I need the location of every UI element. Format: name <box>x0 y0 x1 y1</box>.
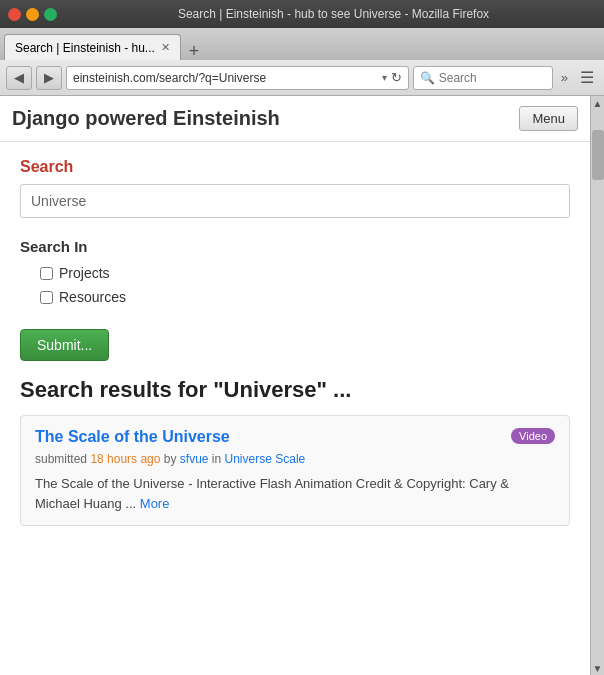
back-button[interactable]: ◀ <box>6 66 32 90</box>
titlebar: Search | Einsteinish - hub to see Univer… <box>0 0 604 28</box>
result-badge: Video <box>511 428 555 444</box>
checkbox-resources-label: Resources <box>59 289 126 305</box>
result-in-label: in <box>212 452 221 466</box>
hamburger-menu-icon[interactable]: ☰ <box>576 68 598 87</box>
result-category[interactable]: Universe Scale <box>225 452 306 466</box>
back-icon: ◀ <box>14 70 24 85</box>
result-time-ago: 18 hours ago <box>90 452 160 466</box>
result-title[interactable]: The Scale of the Universe <box>35 428 230 446</box>
result-header: The Scale of the Universe Video <box>35 428 555 446</box>
site-title: Django powered Einsteinish <box>12 107 280 130</box>
search-in-label: Search In <box>20 238 570 255</box>
browser-search-input[interactable] <box>439 71 546 85</box>
tab-close-icon[interactable]: ✕ <box>161 41 170 54</box>
forward-icon: ▶ <box>44 70 54 85</box>
search-input[interactable] <box>20 184 570 218</box>
scroll-up-arrow[interactable]: ▲ <box>591 96 605 110</box>
result-card: The Scale of the Universe Video submitte… <box>20 415 570 526</box>
result-meta: submitted 18 hours ago by sfvue in Unive… <box>35 452 555 466</box>
scroll-down-arrow[interactable]: ▼ <box>591 661 605 675</box>
browser-search-bar[interactable]: 🔍 <box>413 66 553 90</box>
checkbox-projects-label: Projects <box>59 265 110 281</box>
submit-button[interactable]: Submit... <box>20 329 109 361</box>
maximize-button[interactable] <box>44 8 57 21</box>
results-heading: Search results for "Universe" ... <box>20 377 570 403</box>
menu-button[interactable]: Menu <box>519 106 578 131</box>
checkbox-projects-input[interactable] <box>40 267 53 280</box>
page: Django powered Einsteinish Menu Search S… <box>0 96 604 675</box>
result-description: The Scale of the Universe - Interactive … <box>35 474 555 513</box>
refresh-icon[interactable]: ↻ <box>391 70 402 85</box>
search-section: Search <box>20 158 570 218</box>
tab-label: Search | Einsteinish - hu... <box>15 41 155 55</box>
result-submitted-label: submitted <box>35 452 87 466</box>
result-author[interactable]: sfvue <box>180 452 209 466</box>
scrollbar[interactable]: ▲ ▼ <box>590 96 604 675</box>
address-text: einsteinish.com/search/?q=Universe <box>73 71 378 85</box>
main-content: Search Search In Projects Resources Subm… <box>0 142 590 542</box>
address-dropdown-icon[interactable]: ▾ <box>382 72 387 83</box>
result-by-label: by <box>164 452 177 466</box>
scroll-thumb[interactable] <box>592 130 604 180</box>
search-in-section: Search In Projects Resources <box>20 238 570 305</box>
content-area: Django powered Einsteinish Menu Search S… <box>0 96 590 675</box>
window-controls[interactable] <box>8 8 57 21</box>
tabbar: Search | Einsteinish - hu... ✕ + <box>0 28 604 60</box>
checkbox-resources: Resources <box>40 289 570 305</box>
search-icon: 🔍 <box>420 71 435 85</box>
checkbox-projects: Projects <box>40 265 570 281</box>
forward-button[interactable]: ▶ <box>36 66 62 90</box>
navbar: ◀ ▶ einsteinish.com/search/?q=Universe ▾… <box>0 60 604 96</box>
result-more-link[interactable]: More <box>140 496 170 511</box>
minimize-button[interactable] <box>26 8 39 21</box>
address-bar[interactable]: einsteinish.com/search/?q=Universe ▾ ↻ <box>66 66 409 90</box>
close-button[interactable] <box>8 8 21 21</box>
site-header: Django powered Einsteinish Menu <box>0 96 590 142</box>
checkbox-resources-input[interactable] <box>40 291 53 304</box>
overflow-icon[interactable]: » <box>557 70 572 85</box>
result-description-text: The Scale of the Universe - Interactive … <box>35 476 509 511</box>
window-title: Search | Einsteinish - hub to see Univer… <box>71 7 596 21</box>
new-tab-button[interactable]: + <box>185 42 204 60</box>
active-tab[interactable]: Search | Einsteinish - hu... ✕ <box>4 34 181 60</box>
search-label: Search <box>20 158 570 176</box>
